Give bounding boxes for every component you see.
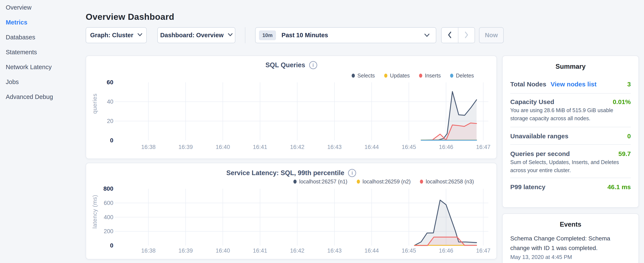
queries-per-second-label: Queries per second xyxy=(510,150,570,157)
chart-plot[interactable] xyxy=(86,163,496,259)
x-tick-label: 16:46 xyxy=(430,247,462,254)
y-tick-label: 60 xyxy=(90,79,113,86)
events-panel: Events Schema Change Completed: Schema c… xyxy=(502,213,639,263)
x-tick-label: 16:39 xyxy=(170,247,202,254)
unavailable-ranges-label: Unavailable ranges xyxy=(510,133,568,140)
series-area xyxy=(432,123,477,140)
now-button[interactable]: Now xyxy=(479,27,504,43)
y-tick-label: 400 xyxy=(90,214,113,221)
x-tick-label: 16:41 xyxy=(244,247,276,254)
unavailable-ranges-value: 0 xyxy=(627,133,631,140)
x-tick-label: 16:40 xyxy=(207,144,239,150)
sidebar-item-jobs[interactable]: Jobs xyxy=(0,75,83,89)
x-tick-label: 16:47 xyxy=(467,144,499,150)
p99-latency-label: P99 latency xyxy=(510,183,545,191)
sql-queries-chart-panel: SQL Queries i SelectsUpdatesInsertsDelet… xyxy=(86,56,497,159)
x-tick-label: 16:45 xyxy=(393,247,425,254)
x-tick-label: 16:46 xyxy=(430,144,462,150)
events-title: Events xyxy=(502,221,638,228)
graph-dropdown-label: Graph: Cluster xyxy=(90,32,133,39)
time-range-label: Past 10 Minutes xyxy=(282,32,328,39)
x-tick-label: 16:44 xyxy=(356,144,388,150)
event-list-item[interactable]: Schema Change Completed: Schema change w… xyxy=(502,234,638,260)
view-nodes-list-link[interactable]: View nodes list xyxy=(550,81,596,88)
service-latency-chart-panel: Service Latency: SQL, 99th percentile i … xyxy=(86,163,497,259)
summary-panel: Summary Total Nodes View nodes list 3 Ca… xyxy=(502,56,639,208)
capacity-used-value: 0.01% xyxy=(613,98,631,106)
dashboard-dropdown[interactable]: Dashboard: Overview xyxy=(157,27,235,43)
x-tick-label: 16:42 xyxy=(281,247,313,254)
sidebar-item-statements[interactable]: Statements xyxy=(0,45,83,60)
y-tick-label: 20 xyxy=(90,118,113,124)
total-nodes-label: Total Nodes xyxy=(510,81,546,88)
sidebar-item-databases[interactable]: Databases xyxy=(0,30,83,45)
x-tick-label: 16:45 xyxy=(393,144,425,150)
chevron-down-icon xyxy=(424,34,430,37)
x-tick-label: 16:39 xyxy=(170,144,202,150)
x-tick-label: 16:38 xyxy=(132,144,164,150)
y-tick-label: 0 xyxy=(90,137,113,144)
divider xyxy=(510,127,631,127)
sidebar-item-advanced-debug[interactable]: Advanced Debug xyxy=(0,89,83,104)
y-tick-label: 600 xyxy=(90,200,113,206)
y-tick-label: 800 xyxy=(90,185,113,192)
sidebar-item-network-latency[interactable]: Network Latency xyxy=(0,60,83,75)
x-tick-label: 16:43 xyxy=(318,247,350,254)
y-tick-label: 40 xyxy=(90,98,113,105)
summary-row-capacity-used: Capacity Used 0.01% xyxy=(510,98,631,106)
summary-row-queries-per-second: Queries per second 59.7 xyxy=(510,150,631,157)
x-tick-label: 16:44 xyxy=(356,247,388,254)
event-timestamp: May 13, 2020 at 4:45 PM xyxy=(510,254,631,260)
x-tick-label: 16:38 xyxy=(132,247,164,254)
x-tick-label: 16:47 xyxy=(467,247,499,254)
chevron-down-icon xyxy=(228,33,232,37)
capacity-used-label: Capacity Used xyxy=(510,98,554,106)
sidebar: Overview Metrics Databases Statements Ne… xyxy=(0,0,83,104)
time-range-badge: 10m xyxy=(259,31,276,40)
divider xyxy=(510,144,631,145)
divider xyxy=(510,93,631,94)
total-nodes-value: 3 xyxy=(627,81,631,88)
x-tick-label: 16:43 xyxy=(318,144,350,150)
now-button-label: Now xyxy=(485,32,498,39)
y-tick-label: 0 xyxy=(90,242,113,249)
time-range-selector[interactable]: 10m Past 10 Minutes xyxy=(255,27,436,43)
summary-title: Summary xyxy=(510,63,631,70)
next-time-window-button[interactable] xyxy=(458,28,475,43)
graph-dropdown[interactable]: Graph: Cluster xyxy=(86,27,147,43)
event-text: Schema Change Completed: Schema change w… xyxy=(510,234,612,253)
queries-per-second-value: 59.7 xyxy=(618,150,631,157)
summary-row-unavailable-ranges: Unavailable ranges 0 xyxy=(510,133,631,140)
chevron-left-icon xyxy=(447,31,452,39)
page-title: Overview Dashboard xyxy=(86,12,174,22)
time-step-buttons xyxy=(441,27,475,43)
previous-time-window-button[interactable] xyxy=(442,28,458,43)
summary-row-p99-latency: P99 latency 46.1 ms xyxy=(510,183,631,191)
x-tick-label: 16:40 xyxy=(207,247,239,254)
chevron-down-icon xyxy=(138,33,142,37)
x-tick-label: 16:41 xyxy=(244,144,276,150)
divider xyxy=(510,178,631,178)
y-tick-label: 200 xyxy=(90,228,113,235)
p99-latency-value: 46.1 ms xyxy=(608,183,631,191)
x-tick-label: 16:42 xyxy=(281,144,313,150)
capacity-used-subtext: You are using 28.6 MiB of 515.9 GiB usab… xyxy=(510,106,631,122)
sidebar-item-overview[interactable]: Overview xyxy=(0,0,83,15)
queries-per-second-subtext: Sum of Selects, Updates, Inserts, and De… xyxy=(510,158,631,174)
toolbar-divider xyxy=(245,27,245,43)
sidebar-item-metrics[interactable]: Metrics xyxy=(0,15,83,30)
chart-plot[interactable] xyxy=(86,56,496,158)
summary-row-total-nodes: Total Nodes View nodes list 3 xyxy=(510,81,631,88)
chevron-right-icon xyxy=(464,31,469,39)
dashboard-dropdown-label: Dashboard: Overview xyxy=(160,32,224,39)
